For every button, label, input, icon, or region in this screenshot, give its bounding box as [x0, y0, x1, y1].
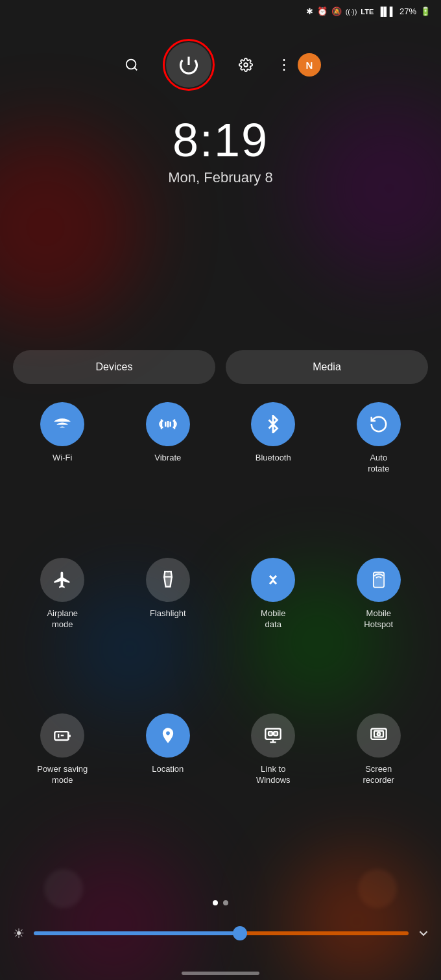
power-button-wrapper: [163, 39, 215, 91]
airplane-label: Airplanemode: [47, 608, 78, 630]
qs-bluetooth[interactable]: Bluetooth: [224, 402, 323, 475]
bluetooth-label: Bluetooth: [256, 453, 291, 464]
qs-linktow[interactable]: Link toWindows: [224, 713, 323, 786]
svg-rect-14: [268, 732, 272, 735]
hotspot-icon: [357, 558, 401, 602]
alarm-status-icon: ⏰: [317, 6, 328, 16]
linktow-label: Link toWindows: [256, 764, 291, 786]
clock-area: 8:19 Mon, February 8: [0, 114, 441, 186]
svg-point-18: [377, 732, 380, 735]
qs-flashlight[interactable]: Flashlight: [119, 558, 218, 630]
quick-settings-row3: Power savingmode Location Link toWindows: [13, 713, 428, 786]
media-button[interactable]: Media: [226, 350, 428, 384]
screenrecorder-label: Screenrecorder: [363, 764, 394, 786]
brightness-row: ☀: [13, 926, 409, 941]
notification-avatar[interactable]: N: [298, 53, 321, 77]
svg-rect-15: [274, 732, 278, 735]
autorotate-label: Autorotate: [368, 453, 389, 475]
svg-line-1: [134, 67, 137, 70]
flashlight-icon: [146, 558, 190, 602]
vibrate-icon: [146, 402, 190, 446]
qs-autorotate[interactable]: Autorotate: [329, 402, 429, 475]
settings-button[interactable]: [234, 53, 257, 77]
linktow-icon: [251, 713, 295, 758]
battery-percent: 27%: [399, 6, 416, 16]
vibrate-label: Vibrate: [154, 453, 181, 464]
mobiledata-label: Mobiledata: [261, 608, 285, 630]
screenrecorder-icon: [357, 713, 401, 758]
qs-screenrecorder[interactable]: Screenrecorder: [329, 713, 429, 786]
clock-date: Mon, February 8: [0, 169, 441, 186]
autorotate-icon: [357, 402, 401, 446]
wifi-label: Wi-Fi: [53, 453, 72, 464]
signal-icon: ▐▌▌: [377, 6, 396, 16]
brightness-track[interactable]: [34, 931, 409, 935]
airplane-icon: [40, 558, 84, 602]
avatar-letter: N: [306, 60, 313, 71]
qs-mobiledata[interactable]: Mobiledata: [224, 558, 323, 630]
search-button[interactable]: [120, 53, 143, 77]
qs-extra1: [44, 869, 83, 913]
quick-settings-row2: Airplanemode Flashlight Mobiledata: [13, 558, 428, 630]
bluetooth-tile-icon: [251, 402, 295, 446]
svg-point-2: [244, 63, 248, 67]
qs-vibrate[interactable]: Vibrate: [119, 402, 218, 475]
extra-row: [13, 869, 428, 913]
home-indicator: [182, 972, 259, 975]
svg-point-0: [126, 60, 136, 69]
hotspot-label: MobileHotspot: [364, 608, 393, 630]
qs-hotspot[interactable]: MobileHotspot: [329, 558, 429, 630]
wifi-icon: [40, 402, 84, 446]
page-dot-1: [213, 900, 218, 905]
top-controls: ⋮ N: [0, 39, 441, 91]
location-label: Location: [152, 764, 184, 775]
brightness-icon: ☀: [13, 926, 25, 941]
qs-airplane[interactable]: Airplanemode: [13, 558, 112, 630]
qs-wifi[interactable]: Wi-Fi: [13, 402, 112, 475]
wifi-calling-icon: ((·)): [346, 8, 357, 16]
collapse-button[interactable]: [416, 926, 431, 944]
silent-status-icon: 🔕: [331, 6, 342, 16]
status-bar: ✱ ⏰ 🔕 ((·)) LTE ▐▌▌ 27% 🔋: [306, 6, 431, 16]
bluetooth-status-icon: ✱: [306, 6, 313, 16]
lte-icon: LTE: [361, 8, 374, 16]
power-button[interactable]: [166, 42, 211, 88]
page-dots: [0, 900, 441, 905]
powersaving-icon: [40, 713, 84, 758]
quick-settings-row1: Wi-Fi Vibrate Bluetooth Autorotate: [13, 402, 428, 475]
devices-button[interactable]: Devices: [13, 350, 215, 384]
powersaving-label: Power savingmode: [37, 764, 88, 786]
location-icon: [146, 713, 190, 758]
more-options-button[interactable]: ⋮: [277, 56, 291, 73]
page-dot-2: [223, 900, 228, 905]
quick-access-row: Devices Media: [13, 350, 428, 384]
brightness-thumb[interactable]: [233, 926, 247, 940]
battery-icon: 🔋: [420, 6, 431, 16]
mobiledata-icon: [251, 558, 295, 602]
qs-location[interactable]: Location: [119, 713, 218, 786]
clock-time: 8:19: [0, 114, 441, 167]
qs-powersaving[interactable]: Power savingmode: [13, 713, 112, 786]
flashlight-label: Flashlight: [150, 608, 186, 619]
qs-extra4: [358, 869, 397, 913]
